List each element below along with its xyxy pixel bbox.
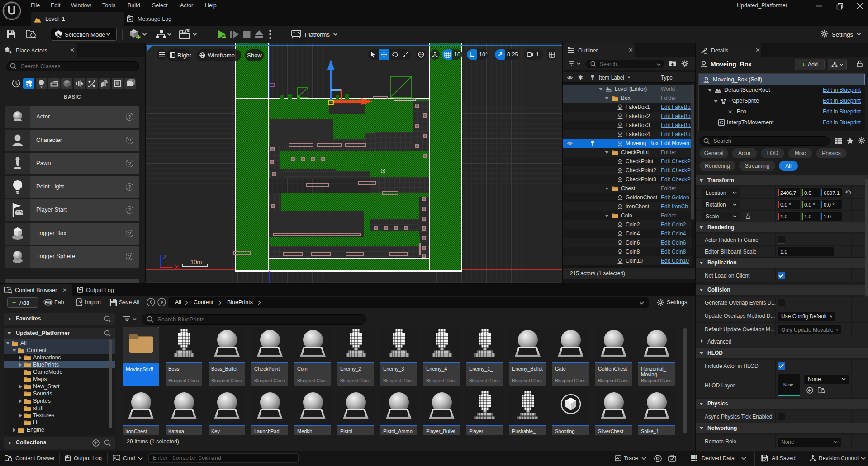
svg-text:X: X — [175, 264, 179, 271]
svg-text:Z: Z — [163, 254, 167, 261]
svg-text:10m: 10m — [190, 259, 202, 265]
svg-text:C: C — [720, 120, 723, 125]
